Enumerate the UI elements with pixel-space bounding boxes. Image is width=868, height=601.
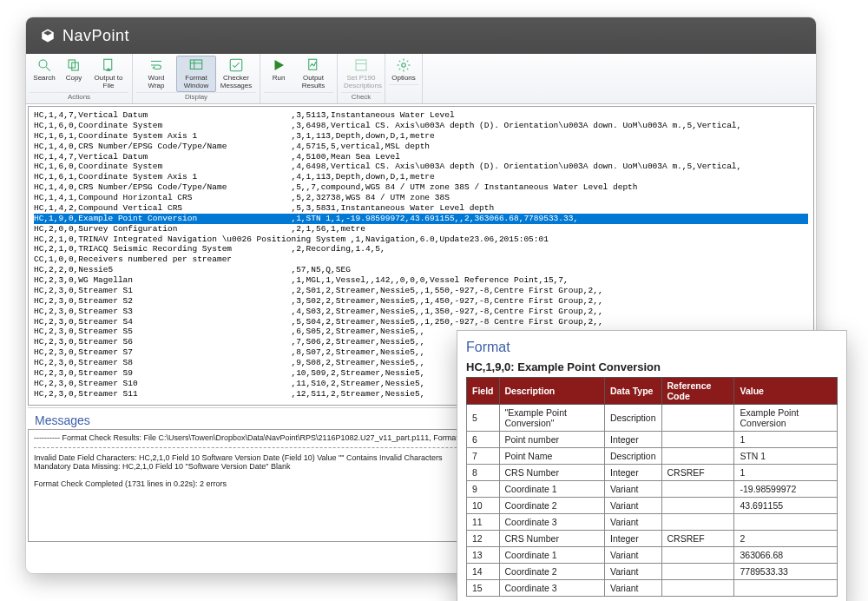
output-file-button[interactable]: Output to File — [89, 56, 128, 92]
table-cell: 7 — [467, 448, 500, 465]
table-cell: 5 — [467, 405, 500, 432]
format-window-button[interactable]: Format Window — [176, 56, 216, 92]
table-cell: 13 — [467, 547, 500, 564]
table-cell: Coordinate 1 — [499, 547, 604, 564]
table-cell: CRSREF — [661, 531, 734, 547]
table-cell — [661, 580, 734, 597]
ribbon-group-caption: Actions — [30, 92, 128, 102]
copy-button[interactable]: Copy — [59, 56, 89, 92]
text-line[interactable]: HC,2,2,0,Nessie5 ,57,N5,Q,SEG — [34, 265, 808, 275]
text-line[interactable]: HC,2,3,0,WG Magellan ,1,MGL,1,Vessel,,14… — [34, 275, 808, 286]
table-cell — [661, 498, 734, 514]
table-row[interactable]: 15Coordinate 3Variant — [467, 580, 838, 597]
table-cell: Description — [605, 405, 662, 432]
table-row[interactable]: 12CRS NumberIntegerCRSREF2 — [467, 531, 838, 547]
word-wrap-button[interactable]: Word Wrap — [136, 56, 176, 92]
table-cell — [661, 514, 734, 531]
table-cell — [661, 547, 734, 564]
text-line[interactable]: CC,1,0,0,Receivers numbered per streamer — [34, 254, 808, 265]
table-cell: 9 — [467, 481, 500, 498]
text-line[interactable]: HC,1,4,1,Compound Horizontal CRS ,5,2,32… — [34, 193, 808, 203]
text-line[interactable]: HC,2,3,0,Streamer S3 ,4,S03,2,Streamer,N… — [34, 307, 808, 317]
text-line[interactable]: HC,1,6,0,Coordinate System ,3,6498,Verti… — [34, 121, 808, 131]
svg-point-13 — [402, 63, 406, 68]
ribbon-button-label: Copy — [66, 75, 82, 83]
ribbon-group: Set P190 DescriptionsCheck — [338, 54, 385, 103]
table-row[interactable]: 5"Example Point Conversion"DescriptionEx… — [467, 405, 838, 432]
text-line[interactable]: HC,1,4,7,Vertical Datum ,4,5100,Mean Sea… — [34, 152, 808, 162]
table-row[interactable]: 6Point numberInteger1 — [467, 432, 838, 448]
text-line[interactable]: HC,2,1,0,TRIACQ Seismic Recording System… — [34, 244, 808, 254]
text-line[interactable]: HC,2,3,0,Streamer S1 ,2,S01,2,Streamer,N… — [34, 286, 808, 296]
text-line[interactable]: HC,1,4,0,CRS Number/EPSG Code/Type/Name … — [34, 142, 808, 152]
search-button[interactable]: Search — [30, 56, 59, 92]
table-cell: 6 — [467, 432, 500, 448]
app-title: NavPoint — [62, 27, 129, 45]
table-cell: CRS Number — [499, 531, 604, 547]
ribbon-button-label: Output to File — [91, 75, 126, 90]
text-line[interactable]: HC,1,6,0,Coordinate System ,4,6498,Verti… — [34, 162, 808, 172]
ribbon-button-label: Set P190 Descriptions — [344, 75, 378, 90]
table-row[interactable]: 11Coordinate 3Variant — [467, 514, 838, 531]
search-icon — [36, 57, 52, 73]
table-cell: Variant — [605, 547, 662, 564]
table-cell: Coordinate 3 — [499, 580, 604, 597]
text-line[interactable]: HC,2,1,0,TRINAV Integrated Navigation \u… — [34, 234, 808, 245]
table-row[interactable]: 9Coordinate 1Variant-19.98599972 — [467, 481, 838, 498]
text-line[interactable]: HC,1,4,7,Vertical Datum ,3,5113,Instanta… — [34, 110, 808, 121]
text-line[interactable]: HC,1,4,0,CRS Number/EPSG Code/Type/Name … — [34, 182, 808, 193]
table-cell: 15 — [467, 580, 500, 597]
format-column-header: Data Type — [605, 378, 662, 405]
table-row[interactable]: 7Point NameDescriptionSTN 1 — [467, 448, 838, 465]
text-line[interactable]: HC,2,3,0,Streamer S2 ,3,S02,2,Streamer,N… — [34, 296, 808, 307]
table-cell: "Example Point Conversion" — [499, 405, 604, 432]
format-column-header: Value — [734, 378, 838, 405]
ribbon-group: RunOutput Results — [260, 54, 338, 103]
svg-rect-8 — [230, 59, 242, 71]
table-cell: 2 — [734, 531, 838, 547]
ribbon-button-label: Run — [273, 75, 286, 83]
table-cell — [734, 580, 838, 597]
checker-messages-button[interactable]: Checker Messages — [216, 56, 256, 92]
ribbon-button-label: Format Window — [179, 75, 214, 90]
table-cell — [661, 481, 734, 498]
table-cell: 7789533.33 — [734, 564, 838, 580]
table-cell: 1 — [734, 465, 838, 481]
results-icon — [306, 57, 321, 73]
checker-icon — [228, 57, 244, 73]
run-button[interactable]: Run — [264, 56, 293, 92]
svg-rect-4 — [104, 59, 112, 69]
text-line[interactable]: HC,2,0,0,Survey Configuration ,2,1,56,1,… — [34, 224, 808, 234]
table-cell: Integer — [605, 465, 662, 481]
copy-icon — [66, 57, 82, 73]
text-line[interactable]: HC,1,4,2,Compound Vertical CRS ,5,3,5831… — [34, 203, 808, 214]
options-icon — [396, 57, 411, 73]
ribbon-group: SearchCopyOutput to FileActions — [26, 54, 133, 103]
ribbon-group-caption — [264, 92, 333, 95]
table-cell: 1 — [734, 432, 838, 448]
table-cell: Example Point Conversion — [734, 405, 838, 432]
table-cell: 10 — [467, 498, 500, 514]
table-row[interactable]: 13Coordinate 1Variant363066.68 — [467, 547, 838, 564]
ribbon-button-label: Search — [33, 75, 55, 83]
text-line[interactable]: HC,2,3,0,Streamer S4 ,5,S04,2,Streamer,N… — [34, 317, 808, 327]
text-line[interactable]: HC,1,6,1,Coordinate System Axis 1 ,4,1,1… — [34, 172, 808, 182]
svg-line-1 — [46, 67, 50, 71]
table-cell: Integer — [605, 531, 662, 547]
text-line[interactable]: HC,1,9,0,Example Point Conversion ,1,STN… — [34, 214, 808, 224]
output-file-icon — [101, 57, 116, 73]
ribbon-group: Word WrapFormat WindowChecker MessagesDi… — [133, 54, 260, 103]
table-cell: Description — [605, 448, 662, 465]
svg-marker-9 — [275, 60, 285, 70]
wrap-icon — [148, 57, 164, 73]
table-row[interactable]: 8CRS NumberIntegerCRSREF1 — [467, 465, 838, 481]
table-row[interactable]: 10Coordinate 2Variant43.691155 — [467, 498, 838, 514]
table-row[interactable]: 14Coordinate 2Variant7789533.33 — [467, 564, 838, 580]
ribbon-group-caption: Display — [136, 92, 256, 102]
ribbon-button-label: Checker Messages — [219, 75, 253, 90]
options-button[interactable]: Options — [389, 56, 418, 84]
output-results-button[interactable]: Output Results — [293, 56, 333, 92]
format-column-header: Reference Code — [661, 378, 734, 405]
text-line[interactable]: HC,1,6,1,Coordinate System Axis 1 ,3,1,1… — [34, 131, 808, 142]
table-cell: 14 — [467, 564, 500, 580]
